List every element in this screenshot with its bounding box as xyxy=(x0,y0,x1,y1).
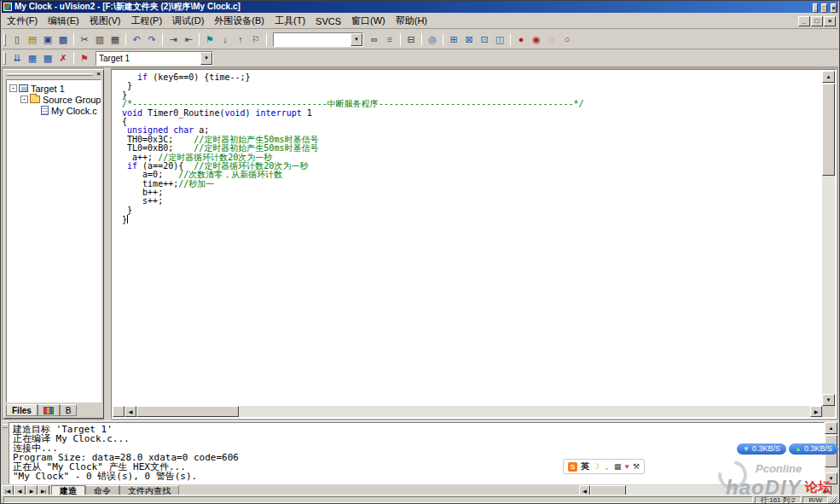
output-vertical-scrollbar[interactable]: ▲ ▼ xyxy=(825,422,837,484)
scroll-down-icon[interactable]: ▼ xyxy=(822,394,835,406)
clear-bookmarks-icon[interactable]: ⚐ xyxy=(248,32,264,47)
menu-edit[interactable]: 编辑(E) xyxy=(43,13,84,29)
memory-window-icon[interactable]: ⊡ xyxy=(477,32,492,47)
scroll-up-icon[interactable]: ▲ xyxy=(822,71,835,83)
combo-dropdown-icon[interactable]: ▼ xyxy=(200,52,212,65)
find-in-files-icon[interactable]: ≡ xyxy=(382,32,397,47)
menu-view[interactable]: 视图(V) xyxy=(84,13,126,29)
print-icon[interactable]: ⊟ xyxy=(403,32,419,47)
toolbar-build: ⇊▦▩✗⚑ Target 1 ▼ xyxy=(2,49,838,67)
rebuild-all-icon[interactable]: ▩ xyxy=(40,51,55,66)
mdi-restore-button[interactable]: □ xyxy=(811,16,823,26)
panel-tab-books[interactable]: B xyxy=(60,404,78,416)
menu-help[interactable]: 帮助(H) xyxy=(391,13,432,29)
code-line: { xyxy=(122,118,822,126)
maximize-button[interactable]: □ xyxy=(821,3,827,13)
tree-expander[interactable]: - xyxy=(20,96,28,103)
menu-svcs[interactable]: SVCS xyxy=(310,14,346,28)
combo-dropdown-icon[interactable]: ▼ xyxy=(350,33,362,46)
open-folder-icon[interactable]: ▤ xyxy=(25,32,40,47)
minimize-button[interactable]: _ xyxy=(813,3,818,13)
toolbar-build-groups: ⇊▦▩✗⚑ xyxy=(9,51,92,66)
menu-file[interactable]: 文件(F) xyxy=(2,13,43,29)
titlebar[interactable]: My Clock - uVision2 - [F:\新建文件夹 (2)\程序\M… xyxy=(2,1,838,13)
editor-hscroll-thumb[interactable] xyxy=(136,406,239,417)
outdent-icon[interactable]: ⇤ xyxy=(181,32,196,47)
split-box-icon[interactable] xyxy=(113,406,125,417)
find-icon[interactable]: ∞ xyxy=(367,32,382,47)
editor-vertical-scrollbar[interactable]: ▲ ▼ xyxy=(822,71,835,406)
toggle-bookmark-icon[interactable]: ⚑ xyxy=(202,32,217,47)
scroll-down-icon[interactable]: ▼ xyxy=(825,472,837,484)
code-segment: 1 xyxy=(302,108,312,118)
disable-breakpoints-icon[interactable]: ◌ xyxy=(544,32,559,47)
panel-splitter[interactable] xyxy=(104,67,111,420)
uvision-app-icon xyxy=(3,3,12,11)
mdi-minimize-button[interactable]: _ xyxy=(798,16,810,26)
next-bookmark-icon[interactable]: ↓ xyxy=(217,32,233,47)
panel-tab-regs[interactable] xyxy=(38,404,60,416)
uvision-window: My Clock - uVision2 - [F:\新建文件夹 (2)\程序\M… xyxy=(0,0,840,504)
menu-project[interactable]: 工程(P) xyxy=(125,13,167,29)
new-file-icon[interactable]: ▯ xyxy=(9,32,25,47)
toolbar-separator xyxy=(162,33,163,46)
insert-breakpoint-icon[interactable]: ● xyxy=(513,32,529,47)
redo-icon[interactable]: ↷ xyxy=(144,32,159,47)
editor-window: if (key6==0) {time--;} }}/*-------------… xyxy=(111,69,837,419)
panel-grip[interactable] xyxy=(7,73,93,76)
code-line: } xyxy=(122,206,822,215)
tree-item-my-clock-c[interactable]: My Clock.c xyxy=(7,105,101,116)
translate-file-icon[interactable]: ⇊ xyxy=(9,51,25,66)
toolbar-separator xyxy=(421,33,422,46)
build-target-icon[interactable]: ▦ xyxy=(25,51,40,66)
code-segment: //定时器循环计数20次为一秒 xyxy=(194,161,308,171)
indent-icon[interactable]: ⇥ xyxy=(165,32,181,47)
scroll-up-icon[interactable]: ▲ xyxy=(825,422,837,434)
kill-breakpoints-icon[interactable]: ○ xyxy=(559,32,575,47)
output-gutter[interactable] xyxy=(2,421,9,485)
toolbar-separator xyxy=(400,33,401,46)
toolbar-separator xyxy=(125,33,126,46)
menu-peripherals[interactable]: 外围设备(B) xyxy=(209,13,269,29)
prev-bookmark-icon[interactable]: ↑ xyxy=(233,32,248,47)
symbol-window-icon[interactable]: ◫ xyxy=(492,32,507,47)
enable-breakpoint-icon[interactable]: ◉ xyxy=(529,32,544,47)
tree-expander[interactable]: - xyxy=(9,84,17,92)
toolbar-grip[interactable] xyxy=(3,52,6,65)
paste-icon[interactable]: ▦ xyxy=(107,32,123,47)
panel-tab-files[interactable]: Files xyxy=(6,404,38,416)
panel-tab-label: Files xyxy=(12,405,32,416)
tree-item-target-1[interactable]: -Target 1 xyxy=(7,83,101,94)
code-segment: void xyxy=(224,108,245,118)
project-panel-tabs: FilesB xyxy=(6,404,101,416)
mdi-close-button[interactable]: × xyxy=(824,16,836,26)
menu-tools[interactable]: 工具(T) xyxy=(269,13,310,29)
save-icon[interactable]: ▣ xyxy=(40,32,55,47)
menu-debug[interactable]: 调试(D) xyxy=(167,13,209,29)
build-output[interactable]: 建造目标 'Target 1'正在编译 My Clock.c...连接中...P… xyxy=(9,422,825,484)
copy-icon[interactable]: ▥ xyxy=(92,32,107,47)
editor-vscroll-thumb[interactable] xyxy=(822,84,835,176)
editor-horizontal-scrollbar[interactable]: ◀ ▶ xyxy=(113,406,822,417)
zoom-icon[interactable]: ◎ xyxy=(425,32,440,47)
tree-item-source-group-1[interactable]: -Source Group 1 xyxy=(7,94,101,105)
save-all-icon[interactable]: ▩ xyxy=(55,32,71,47)
cut-icon[interactable]: ✂ xyxy=(77,32,92,47)
panel-close-icon[interactable]: × xyxy=(95,71,102,78)
target-options-flag-icon[interactable]: ⚑ xyxy=(77,51,92,66)
undo-icon[interactable]: ↶ xyxy=(129,32,144,47)
output-vscroll-thumb[interactable] xyxy=(825,435,837,467)
scroll-right-icon[interactable]: ▶ xyxy=(810,406,822,417)
stop-build-icon[interactable]: ✗ xyxy=(55,51,71,66)
code-area[interactable]: if (key6==0) {time--;} }}/*-------------… xyxy=(113,71,822,406)
resize-grip[interactable] xyxy=(830,496,837,503)
project-window-icon[interactable]: ⊞ xyxy=(446,32,461,47)
code-line: a=0; //次数清零，从新循环计数 xyxy=(122,171,822,179)
close-button[interactable]: × xyxy=(831,3,837,13)
menu-window[interactable]: 窗口(W) xyxy=(346,13,391,29)
toolbar-grip[interactable] xyxy=(3,33,6,46)
find-text-combo[interactable]: ▼ xyxy=(273,32,363,47)
target-select-combo[interactable]: Target 1 ▼ xyxy=(96,51,213,66)
output-window-icon[interactable]: ⊠ xyxy=(461,32,477,47)
scroll-left-icon[interactable]: ◀ xyxy=(125,406,136,417)
